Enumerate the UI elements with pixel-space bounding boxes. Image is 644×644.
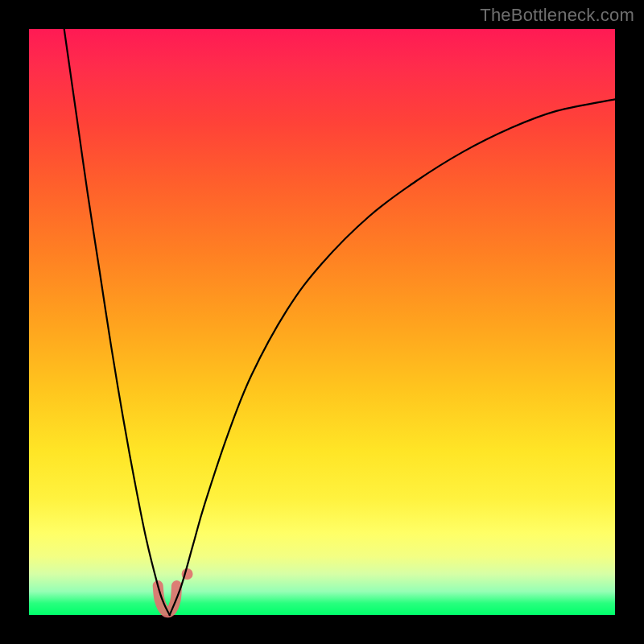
curve-layer	[29, 29, 615, 615]
highlight-u-segment	[158, 586, 176, 613]
plot-area	[29, 29, 615, 615]
chart-frame: TheBottleneck.com	[0, 0, 644, 644]
watermark-text: TheBottleneck.com	[480, 5, 634, 26]
bottleneck-curve-left	[64, 29, 170, 615]
bottleneck-curve-right	[170, 99, 615, 615]
